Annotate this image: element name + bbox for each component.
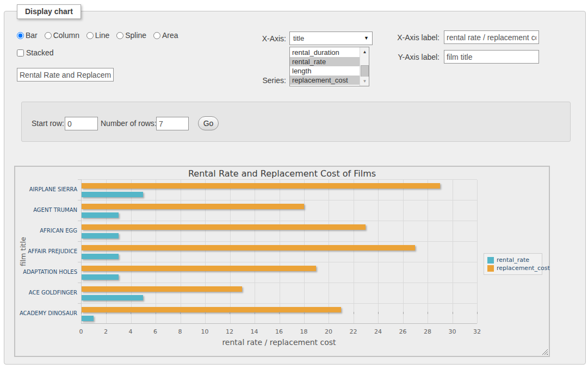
y-axis-tick — [78, 221, 82, 221]
bar-replacement_cost[interactable] — [82, 307, 341, 312]
x-tick-label: 2 — [104, 328, 108, 335]
bar-replacement_cost[interactable] — [82, 224, 366, 230]
bar-rental_rate[interactable] — [82, 192, 143, 197]
legend-label: replacement_cost — [497, 265, 550, 272]
x-tick-label: 4 — [129, 328, 133, 335]
legend-item-replacement_cost[interactable]: replacement_cost — [487, 264, 539, 272]
bar-replacement_cost[interactable] — [82, 286, 242, 292]
chart-title-input[interactable] — [17, 68, 114, 81]
radio-area[interactable]: Area — [153, 31, 178, 40]
x-axis-label-input[interactable] — [444, 30, 539, 44]
chart-type-radio-group: Bar Column Line Spline Area — [17, 31, 183, 40]
category-label: ACE GOLDFINGER — [15, 283, 77, 303]
radio-line-input[interactable] — [86, 32, 94, 39]
x-tick-label: 0 — [79, 328, 83, 335]
legend-label: rental_rate — [497, 256, 529, 264]
x-axis-tick — [428, 312, 428, 314]
x-axis-tick — [106, 312, 107, 314]
chart-legend: rental_ratereplacement_cost — [484, 253, 542, 275]
scroll-down-icon[interactable]: ▼ — [360, 77, 369, 86]
radio-bar-input[interactable] — [17, 32, 24, 39]
gridline — [477, 180, 478, 323]
legend-item-rental_rate[interactable]: rental_rate — [487, 256, 539, 264]
series-option-replacement-cost[interactable]: replacement_cost — [290, 76, 360, 85]
x-tick-label: 12 — [226, 328, 233, 335]
x-axis-tick — [180, 312, 181, 314]
radio-spline[interactable]: Spline — [116, 31, 146, 40]
go-button[interactable]: Go — [198, 116, 219, 130]
bar-rental_rate[interactable] — [82, 254, 119, 259]
bar-rental_rate[interactable] — [82, 295, 143, 300]
radio-column[interactable]: Column — [45, 31, 79, 40]
x-axis-tick — [477, 312, 478, 314]
x-axis-tick — [378, 312, 379, 314]
x-axis-tick — [329, 312, 329, 314]
radio-spline-input[interactable] — [116, 32, 123, 39]
bar-replacement_cost[interactable] — [82, 266, 316, 271]
x-tick-label: 16 — [275, 328, 283, 335]
series-listbox-label: Series: — [221, 76, 286, 85]
category-labels: AIRPLANE SIERRAAGENT TRUMANAFRICAN EGGAF… — [15, 179, 77, 324]
series-option-rental-rate[interactable]: rental_rate — [290, 57, 360, 66]
category-row — [82, 283, 477, 304]
x-axis-tick — [453, 312, 453, 314]
x-tick-label: 30 — [449, 328, 456, 335]
radio-spline-label: Spline — [125, 31, 146, 40]
number-of-rows-input[interactable] — [156, 117, 189, 130]
radio-bar[interactable]: Bar — [17, 31, 38, 40]
stacked-row: Stacked — [17, 48, 54, 57]
category-row — [82, 180, 477, 200]
series-option-length[interactable]: length — [290, 66, 360, 76]
series-option-rental-duration[interactable]: rental_duration — [290, 48, 360, 57]
category-label: AFFAIR PREJUDICE — [15, 241, 77, 262]
x-tick-label: 8 — [178, 328, 182, 335]
category-row — [82, 304, 477, 324]
scrollbar-thumb[interactable] — [361, 65, 369, 77]
x-axis-title: rental rate / replacement cost — [81, 338, 477, 347]
category-row — [82, 262, 477, 283]
category-label: ADAPTATION HOLES — [15, 262, 77, 283]
x-axis-tick — [304, 312, 305, 314]
x-tick-label: 6 — [153, 328, 157, 335]
x-tick-label: 24 — [374, 328, 382, 335]
radio-area-input[interactable] — [153, 32, 160, 39]
category-label: AGENT TRUMAN — [15, 200, 77, 221]
bar-rental_rate[interactable] — [82, 316, 94, 321]
x-tick-labels: 02468101214161820222426283032 — [81, 328, 477, 336]
stacked-checkbox-label[interactable]: Stacked — [17, 48, 54, 57]
start-row-label: Start row: — [32, 119, 64, 128]
x-axis-tick — [81, 312, 82, 314]
x-tick-label: 18 — [300, 328, 308, 335]
radio-bar-label: Bar — [26, 31, 38, 40]
y-axis-label-input[interactable] — [444, 50, 539, 64]
resize-grip-icon[interactable] — [542, 349, 548, 355]
bar-replacement_cost[interactable] — [82, 204, 304, 209]
start-row-input[interactable] — [65, 117, 98, 130]
radio-column-input[interactable] — [45, 32, 52, 39]
chart-container: Rental Rate and Replacement Cost of Film… — [14, 166, 550, 357]
category-row — [82, 200, 477, 221]
chart-title: Rental Rate and Replacement Cost of Film… — [15, 168, 549, 179]
x-axis-tick — [279, 312, 280, 314]
category-label: ACADEMY DINOSAUR — [15, 303, 77, 324]
bar-replacement_cost[interactable] — [82, 183, 440, 189]
y-axis-tick — [78, 303, 82, 304]
series-options: rental_duration rental_rate length repla… — [290, 47, 360, 86]
x-tick-label: 14 — [251, 328, 258, 335]
radio-column-label: Column — [53, 31, 79, 40]
stacked-checkbox[interactable] — [17, 49, 24, 57]
page: Display chart Bar Column Line Spline Are… — [0, 0, 588, 370]
x-tick-label: 10 — [201, 328, 209, 335]
radio-line[interactable]: Line — [86, 31, 109, 40]
x-axis-selected-value: title — [293, 34, 304, 42]
x-axis-label-field-label: X-Axis label: — [357, 33, 440, 42]
x-axis-tick — [156, 312, 156, 314]
y-axis-tick — [78, 262, 82, 262]
legend-swatch-icon — [487, 257, 494, 264]
bar-rental_rate[interactable] — [82, 274, 119, 280]
number-of-rows-label: Number of rows: — [101, 119, 157, 128]
bar-rental_rate[interactable] — [82, 233, 119, 239]
bar-rental_rate[interactable] — [82, 212, 119, 218]
bar-replacement_cost[interactable] — [82, 245, 415, 250]
category-label: AFRICAN EGG — [15, 221, 77, 241]
